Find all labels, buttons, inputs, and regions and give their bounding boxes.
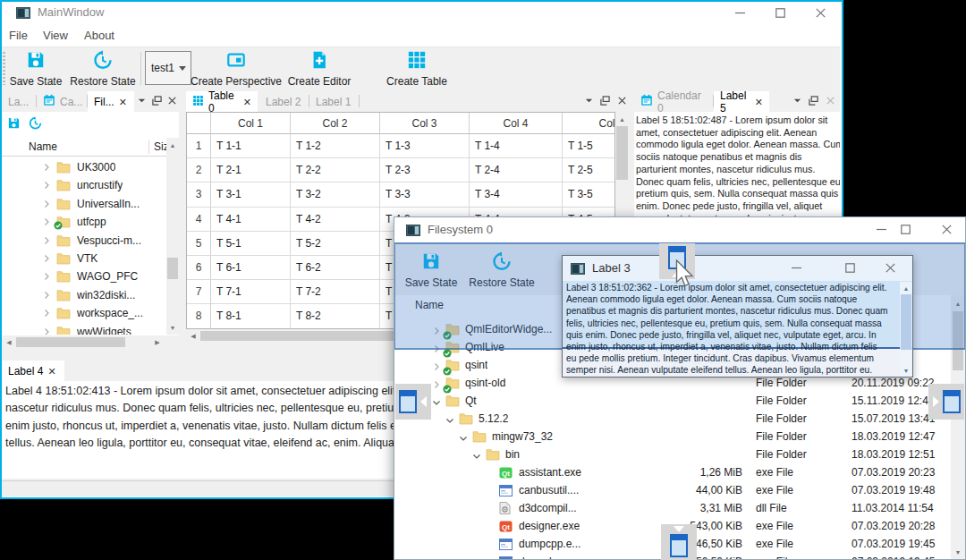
filesystem-titlebar[interactable]: Filesystem 0 [394,216,966,242]
table-cell[interactable]: T 4-2 [291,208,380,232]
minimize-button[interactable] [781,255,811,281]
table-cell[interactable]: T 5-2 [291,232,380,256]
scroll-down-icon[interactable]: ▼ [900,365,912,377]
chevron-right-icon[interactable] [41,162,52,175]
restore-icon[interactable] [29,116,42,133]
table-cell[interactable]: T 1-5 [563,134,615,158]
tree-item[interactable]: utfcpp [2,213,166,231]
menu-about[interactable]: About [84,29,114,42]
dock-close-button[interactable] [824,94,837,107]
scroll-down-icon[interactable]: ▼ [166,322,179,334]
table-cell[interactable]: T 2-3 [380,158,470,182]
create-table-button[interactable]: Create Table [374,50,460,88]
tree-item[interactable]: UniversalIn... [2,195,166,213]
chevron-right-icon[interactable] [41,253,52,267]
close-icon[interactable]: ✕ [755,98,763,106]
tab-calendar0[interactable]: Calendar 0 [634,91,712,112]
corner-header[interactable] [187,113,211,134]
scrollbar-thumb[interactable] [167,258,178,279]
file-row[interactable]: 5.12.2File Folder15.07.2019 13:41 [394,410,950,428]
maximize-button[interactable] [887,216,923,242]
maximize-button[interactable] [835,255,865,281]
table-cell[interactable]: T 2-2 [291,158,380,182]
table-cell[interactable]: T 3-1 [211,182,291,207]
table-cell[interactable]: T 2-1 [211,158,291,182]
table-cell[interactable]: T 1-1 [211,134,291,158]
tree-item[interactable]: WAGO_PFC [2,267,166,285]
table-cell[interactable]: T 6-1 [211,256,291,280]
scrollbar-thumb[interactable] [616,126,628,180]
save-icon[interactable] [7,116,21,133]
drop-indicator-right[interactable] [928,384,964,420]
dock-float-button[interactable] [598,94,612,107]
chevron-right-icon[interactable] [41,271,52,284]
close-icon[interactable]: ✕ [243,98,251,106]
drop-indicator-left[interactable] [395,384,431,420]
perspective-combobox[interactable]: test1 [145,51,191,85]
tree-item[interactable]: uncrustify [2,176,166,194]
scroll-up-icon[interactable]: ▲ [166,140,179,151]
table-cell[interactable]: T 2-5 [563,158,615,182]
tab-label1[interactable]: Label 1 [309,91,358,112]
tab-label5[interactable]: Label 5 ✕ [714,91,769,112]
table-cell[interactable]: T 7-2 [291,280,380,304]
column-header[interactable]: Col 3 [380,113,470,134]
scroll-down-icon[interactable]: ▼ [951,547,965,558]
tab-label4[interactable]: Label 4 ✕ [2,361,64,381]
tab-label0[interactable]: La... [2,91,35,112]
main-titlebar[interactable]: MainWindow [0,0,840,25]
scroll-left-icon[interactable]: ◀ [4,336,14,348]
tree-item[interactable]: UK3000 [2,158,166,176]
minimize-button[interactable] [721,0,758,25]
tree-item[interactable]: workspace_... [2,304,166,322]
table-cell[interactable]: T 2-4 [470,158,563,182]
table-cell[interactable]: T 3-4 [470,182,563,207]
close-button[interactable] [875,255,905,281]
dock-close-button[interactable] [615,94,629,107]
tree-item[interactable]: wwWidgets [2,323,166,335]
dock-menu-button[interactable] [135,94,148,107]
column-header-name[interactable]: Name [29,140,57,153]
chevron-right-icon[interactable] [41,290,52,303]
vertical-scrollbar[interactable]: ▲ ▼ [900,282,912,377]
tree-item[interactable]: Vespucci-m... [2,232,166,250]
menu-file[interactable]: File [9,29,28,42]
dock-close-button[interactable] [165,94,179,107]
table-cell[interactable]: T 4-1 [211,208,291,232]
close-button[interactable] [801,0,839,25]
scrollbar-thumb[interactable] [16,337,125,347]
scroll-up-icon[interactable]: ▲ [900,283,912,294]
column-header-size[interactable]: Siz [154,140,166,153]
table-cell[interactable]: T 8-2 [291,304,380,328]
chevron-right-icon[interactable] [41,308,52,321]
tab-calendar[interactable]: Ca... [37,91,86,112]
dock-float-button[interactable] [807,94,820,107]
chevron-right-icon[interactable] [41,235,52,249]
table-cell[interactable]: T 8-1 [211,304,291,328]
chevron-right-icon[interactable] [41,327,52,335]
create-perspective-button[interactable]: Create Perspective [191,50,281,88]
table-cell[interactable]: T 6-2 [291,256,380,280]
tree-item[interactable]: VTK [2,250,166,267]
table-cell[interactable]: T 1-3 [380,134,470,158]
chevron-right-icon[interactable] [41,199,52,212]
tab-table0[interactable]: Table 0 ✕ [186,91,258,112]
menu-view[interactable]: View [43,29,68,42]
label3-titlebar[interactable]: Label 3 [562,255,913,281]
tree-item[interactable]: win32diski... [2,286,166,304]
table-cell[interactable]: T 3-5 [563,182,615,207]
maximize-button[interactable] [761,0,799,25]
dock-menu-button[interactable] [791,94,804,107]
close-icon[interactable]: ✕ [47,367,55,376]
table-cell[interactable]: T 7-1 [211,280,291,304]
dock-float-button[interactable] [150,94,164,107]
scroll-left-icon[interactable]: ◀ [188,330,199,342]
table-cell[interactable]: T 1-4 [470,134,563,158]
column-header[interactable]: Col 2 [291,113,380,134]
tab-label2[interactable]: Label 2 [259,91,308,112]
scroll-up-icon[interactable]: ▲ [615,114,629,125]
vertical-scrollbar[interactable]: ▲ ▼ [166,138,179,335]
tab-filesystem[interactable]: Fil... ✕ [88,91,134,112]
close-button[interactable] [928,216,964,242]
file-row[interactable]: binFile Folder18.03.2019 12:51 [394,445,950,463]
